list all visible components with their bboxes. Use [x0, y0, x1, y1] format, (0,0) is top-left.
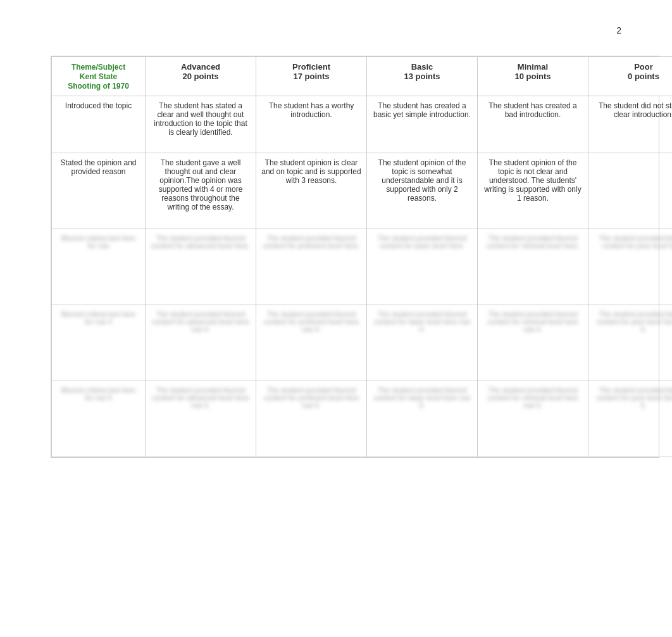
proficient-cell-5: The student provided blurred content for…	[256, 381, 367, 457]
table-row: Blurred criteria text here for row 5 The…	[52, 381, 673, 457]
poor-cell-3: The student provided blurred content for…	[588, 229, 673, 305]
minimal-cell-3: The student provided blurred content for…	[478, 229, 588, 305]
poor-cell-1: The student did not state a clear introd…	[588, 96, 673, 153]
page-number: 2	[616, 25, 621, 35]
basic-cell-4: The student provided blurred content for…	[367, 305, 478, 381]
advanced-points: 20 points	[151, 72, 251, 81]
criteria-cell-2: Stated the opinion and provided reason	[52, 153, 146, 229]
minimal-cell-2: The student opinion of the topic is not …	[478, 153, 588, 229]
theme-subject-value: Kent StateShooting of 1970	[68, 72, 129, 91]
minimal-cell-4: The student provided blurred content for…	[478, 305, 588, 381]
proficient-label: Proficient	[261, 62, 361, 72]
criteria-cell-3: Blurred criteria text here for row	[52, 229, 146, 305]
proficient-cell-4: The student provided blurred content for…	[256, 305, 367, 381]
advanced-cell-4: The student provided blurred content for…	[146, 305, 256, 381]
proficient-cell-2: The student opinion is clear and on topi…	[256, 153, 367, 229]
poor-cell-2	[588, 153, 673, 229]
basic-cell-1: The student has created a basic yet simp…	[367, 96, 478, 153]
theme-subject-label: Theme/Subject	[72, 63, 125, 72]
poor-cell-4: The student provided blurred content for…	[588, 305, 673, 381]
header-poor: Poor 0 points	[588, 57, 673, 96]
criteria-cell-1: Introduced the topic	[52, 96, 146, 153]
poor-cell-5: The student provided blurred content for…	[588, 381, 673, 457]
table-row: Blurred criteria text here for row The s…	[52, 229, 673, 305]
advanced-cell-5: The student provided blurred content for…	[146, 381, 256, 457]
basic-cell-3: The student provided blurred content for…	[367, 229, 478, 305]
advanced-cell-2: The student gave a well thought out and …	[146, 153, 256, 229]
header-advanced: Advanced 20 points	[146, 57, 256, 96]
header-minimal: Minimal 10 points	[478, 57, 588, 96]
basic-cell-5: The student provided blurred content for…	[367, 381, 478, 457]
minimal-cell-1: The student has created a bad introducti…	[478, 96, 588, 153]
minimal-points: 10 points	[483, 72, 583, 81]
advanced-cell-3: The student provided blurred content for…	[146, 229, 256, 305]
rubric-table: Theme/Subject Kent StateShooting of 1970…	[51, 56, 672, 457]
table-row: Stated the opinion and provided reason T…	[52, 153, 673, 229]
table-row: Introduced the topic The student has sta…	[52, 96, 673, 153]
basic-cell-2: The student opinion of the topic is some…	[367, 153, 478, 229]
table-row: Blurred criteria text here for row 4 The…	[52, 305, 673, 381]
advanced-cell-1: The student has stated a clear and well …	[146, 96, 256, 153]
rubric-table-container: Theme/Subject Kent StateShooting of 1970…	[51, 56, 659, 458]
header-basic: Basic 13 points	[367, 57, 478, 96]
table-header-row: Theme/Subject Kent StateShooting of 1970…	[52, 57, 673, 96]
minimal-cell-5: The student provided blurred content for…	[478, 381, 588, 457]
poor-label: Poor	[594, 62, 672, 72]
basic-points: 13 points	[372, 72, 472, 81]
proficient-points: 17 points	[261, 72, 361, 81]
criteria-cell-4: Blurred criteria text here for row 4	[52, 305, 146, 381]
header-proficient: Proficient 17 points	[256, 57, 367, 96]
criteria-cell-5: Blurred criteria text here for row 5	[52, 381, 146, 457]
poor-points: 0 points	[594, 72, 672, 81]
theme-header-cell: Theme/Subject Kent StateShooting of 1970	[52, 57, 146, 96]
basic-label: Basic	[372, 62, 472, 72]
advanced-label: Advanced	[151, 62, 251, 72]
proficient-cell-1: The student has a worthy introduction.	[256, 96, 367, 153]
proficient-cell-3: The student provided blurred content for…	[256, 229, 367, 305]
minimal-label: Minimal	[483, 62, 583, 72]
